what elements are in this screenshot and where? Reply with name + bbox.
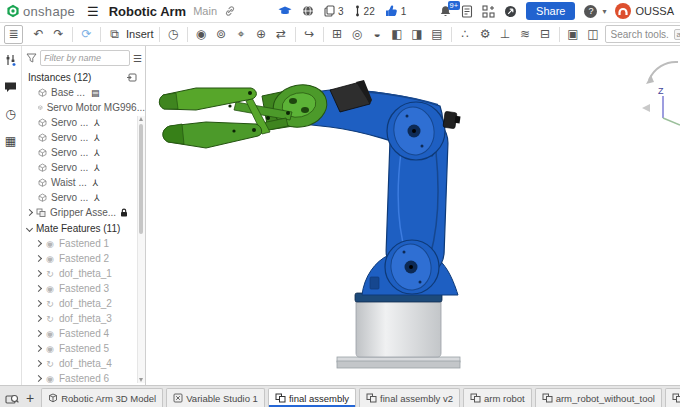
notifications-button[interactable]: 9+ — [439, 5, 452, 18]
account-button[interactable]: OUSSA — [615, 3, 674, 19]
versions-icon[interactable]: ◷ — [3, 106, 19, 122]
redo-icon[interactable]: ↷ — [50, 26, 67, 43]
configurations-panel-icon[interactable] — [3, 52, 19, 68]
release-notes-button[interactable] — [461, 5, 473, 18]
anchor-icon[interactable]: ⊥ — [497, 26, 514, 43]
filter-input[interactable] — [40, 50, 130, 66]
view-triad[interactable]: Z — [640, 50, 680, 128]
bom-table-icon[interactable]: ▤ — [429, 26, 446, 43]
filter-funnel-icon[interactable] — [26, 53, 37, 63]
expand-chevron-icon[interactable] — [35, 330, 42, 337]
instance-row[interactable]: Servo ... ⅄ — [22, 160, 145, 175]
export-icon[interactable]: ▣ — [565, 26, 582, 43]
expand-chevron-icon[interactable] — [35, 270, 42, 277]
onshape-logo[interactable]: onshape — [6, 4, 75, 19]
instance-row[interactable]: Servo ... ⅄ — [22, 130, 145, 145]
share-button[interactable]: Share — [526, 2, 575, 20]
copies-count[interactable]: 3 — [324, 5, 344, 17]
help-caret-icon[interactable]: ▾ — [602, 7, 606, 16]
group-mate-icon[interactable]: ⊚ — [213, 26, 230, 43]
document-title[interactable]: Robotic Arm — [109, 4, 187, 19]
simulation-icon[interactable]: ∴ — [457, 26, 474, 43]
instance-row[interactable]: Servo ... ⅄ — [22, 190, 145, 205]
help-button[interactable]: ? — [584, 5, 597, 18]
insert-instance-icon[interactable] — [126, 73, 137, 82]
app-store-button[interactable] — [482, 5, 495, 18]
tab-final-assembly-v2[interactable]: final assembly v2 — [359, 388, 460, 407]
section-view-icon[interactable]: ◨ — [409, 26, 426, 43]
mate-row[interactable]: ↻dof_theta_3 — [22, 311, 145, 326]
mate-icon[interactable]: ◉ — [193, 26, 210, 43]
scrollbar-thumb[interactable] — [139, 124, 143, 234]
tab-arm-robot[interactable]: arm robot — [463, 388, 532, 407]
expand-chevron-icon[interactable] — [35, 360, 42, 367]
mate-row[interactable]: ◉Fastened 6 — [22, 371, 145, 385]
update-sync-icon[interactable]: ⟳ — [78, 26, 95, 43]
instance-row[interactable]: Base ... ▤ — [22, 85, 145, 100]
insert-button[interactable]: ⧉ Insert — [106, 26, 154, 43]
bom-panel-icon[interactable]: ▦ — [3, 133, 19, 149]
instances-header-row[interactable]: Instances (12) — [22, 69, 145, 85]
history-icon[interactable]: ◷ — [165, 26, 182, 43]
forks-count[interactable]: 22 — [354, 5, 375, 17]
display-states-icon[interactable]: ◒ — [369, 26, 386, 43]
expand-chevron-icon[interactable] — [35, 240, 42, 247]
scroll-up-icon[interactable] — [139, 117, 143, 121]
frame-icon[interactable]: ≋ — [517, 26, 534, 43]
share-link-icon[interactable] — [224, 5, 236, 17]
tab-arm-robot-without-tool[interactable]: arm_robot_without_tool — [535, 388, 662, 407]
instance-row[interactable]: Servo ... ⅄ — [22, 115, 145, 130]
mirror-icon[interactable]: ⇄ — [273, 26, 290, 43]
instance-row[interactable]: Waist ... ⅄ — [22, 175, 145, 190]
search-tools-input[interactable] — [609, 28, 671, 41]
public-document-button[interactable] — [302, 5, 314, 17]
features-list-toggle-icon[interactable]: ≣ — [4, 25, 23, 44]
feedback-button[interactable] — [504, 5, 517, 18]
tab-arm-robot-with-tool[interactable]: arm_robot_with_tool — [665, 388, 680, 407]
tab-variable-studio[interactable]: Variable Studio 1 — [166, 388, 265, 407]
mate-features-header-row[interactable]: Mate Features (11) — [22, 220, 145, 236]
filter-options-icon[interactable]: ☰ — [133, 53, 142, 64]
snap-mode-icon[interactable]: ↪ — [301, 26, 318, 43]
expand-chevron-icon[interactable] — [35, 375, 42, 382]
explode-icon[interactable]: ⊞ — [329, 26, 346, 43]
expand-chevron-icon[interactable] — [35, 345, 42, 352]
sheet-metal-icon[interactable]: ⊟ — [537, 26, 554, 43]
subassembly-row[interactable]: Gripper Asse... — [22, 205, 145, 220]
search-tools-box[interactable]: alt/ — [605, 25, 680, 43]
mate-row[interactable]: ◉Fastened 5 — [22, 341, 145, 356]
tab-final-assembly[interactable]: final assembly — [268, 388, 356, 407]
mate-row[interactable]: ◉Fastened 3 — [22, 281, 145, 296]
expand-chevron-icon[interactable] — [35, 255, 42, 262]
expand-chevron-icon[interactable] — [35, 315, 42, 322]
pattern-icon[interactable]: ⊕ — [253, 26, 270, 43]
add-tab-button[interactable]: + — [26, 391, 34, 405]
mate-connector-icon[interactable]: ⌖ — [233, 26, 250, 43]
mate-row[interactable]: ◉Fastened 4 — [22, 326, 145, 341]
appearances-icon[interactable]: ◧ — [389, 26, 406, 43]
find-features-icon[interactable]: ◫ — [585, 26, 602, 43]
expand-chevron-icon[interactable] — [35, 285, 42, 292]
branch-name[interactable]: Main — [193, 5, 217, 17]
mate-row[interactable]: ◉Fastened 1 — [22, 236, 145, 251]
configurations-icon[interactable]: ⚙ — [477, 26, 494, 43]
learning-center-button[interactable] — [278, 6, 292, 17]
tab-part-studio[interactable]: Robotic Arm 3D Model — [41, 388, 163, 407]
mate-row[interactable]: ↻dof_theta_4 — [22, 356, 145, 371]
likes-count[interactable]: 1 — [385, 5, 407, 17]
viewport[interactable]: Z — [146, 46, 680, 385]
mate-row[interactable]: ◉Fastened 2 — [22, 251, 145, 266]
scroll-down-icon[interactable] — [139, 378, 143, 382]
panel-scrollbar[interactable] — [137, 116, 145, 383]
mate-row[interactable]: ↻dof_theta_2 — [22, 296, 145, 311]
expand-chevron-icon[interactable] — [35, 300, 42, 307]
mate-row[interactable]: ↻dof_theta_1 — [22, 266, 145, 281]
expand-chevron-icon[interactable] — [26, 209, 33, 216]
comments-icon[interactable] — [3, 79, 19, 95]
document-menu-icon[interactable]: ☰ — [87, 4, 99, 19]
instance-row[interactable]: Servo ... ⅄ — [22, 145, 145, 160]
named-views-icon[interactable]: ◎ — [349, 26, 366, 43]
collapse-chevron-icon[interactable] — [26, 224, 33, 231]
instance-row[interactable]: Servo Motor MG996... — [22, 100, 145, 115]
tab-manager-icon[interactable] — [5, 393, 19, 405]
